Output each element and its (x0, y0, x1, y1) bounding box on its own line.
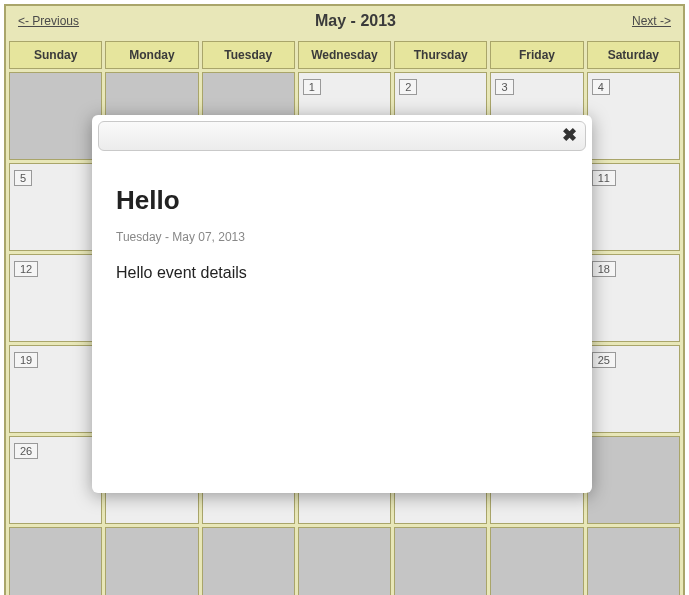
day-cell[interactable] (298, 527, 391, 595)
day-header: Monday (105, 41, 198, 69)
next-link[interactable]: Next -> (632, 14, 671, 28)
day-header: Saturday (587, 41, 680, 69)
day-cell[interactable] (587, 436, 680, 524)
calendar-header: <- Previous May - 2013 Next -> (6, 6, 683, 38)
dialog-body: Hello Tuesday - May 07, 2013 Hello event… (92, 157, 592, 292)
day-number: 3 (495, 79, 513, 95)
day-cell[interactable]: 26 (9, 436, 102, 524)
prev-link[interactable]: <- Previous (18, 14, 79, 28)
day-header: Sunday (9, 41, 102, 69)
dialog-titlebar[interactable]: ✖ (98, 121, 586, 151)
day-cell[interactable]: 11 (587, 163, 680, 251)
day-number: 4 (592, 79, 610, 95)
month-title: May - 2013 (315, 12, 396, 30)
event-title: Hello (116, 185, 568, 216)
day-cell[interactable]: 19 (9, 345, 102, 433)
day-cell[interactable] (202, 527, 295, 595)
close-icon[interactable]: ✖ (562, 126, 577, 144)
day-number: 2 (399, 79, 417, 95)
day-cell[interactable]: 25 (587, 345, 680, 433)
day-number: 11 (592, 170, 616, 186)
day-cell[interactable] (9, 527, 102, 595)
day-number: 26 (14, 443, 38, 459)
event-date: Tuesday - May 07, 2013 (116, 230, 568, 244)
day-header: Tuesday (202, 41, 295, 69)
day-cell[interactable]: 4 (587, 72, 680, 160)
day-number: 12 (14, 261, 38, 277)
day-cell[interactable] (587, 527, 680, 595)
day-cell[interactable] (394, 527, 487, 595)
day-number: 19 (14, 352, 38, 368)
day-number: 25 (592, 352, 616, 368)
event-dialog: ✖ Hello Tuesday - May 07, 2013 Hello eve… (92, 115, 592, 493)
day-cell[interactable] (105, 527, 198, 595)
day-cell[interactable] (9, 72, 102, 160)
event-details: Hello event details (116, 264, 568, 282)
day-cell[interactable]: 5 (9, 163, 102, 251)
day-number: 18 (592, 261, 616, 277)
day-header: Wednesday (298, 41, 391, 69)
day-number: 5 (14, 170, 32, 186)
day-number: 1 (303, 79, 321, 95)
day-cell[interactable] (490, 527, 583, 595)
day-header: Thursday (394, 41, 487, 69)
day-cell[interactable]: 12 (9, 254, 102, 342)
day-header: Friday (490, 41, 583, 69)
day-cell[interactable]: 18 (587, 254, 680, 342)
